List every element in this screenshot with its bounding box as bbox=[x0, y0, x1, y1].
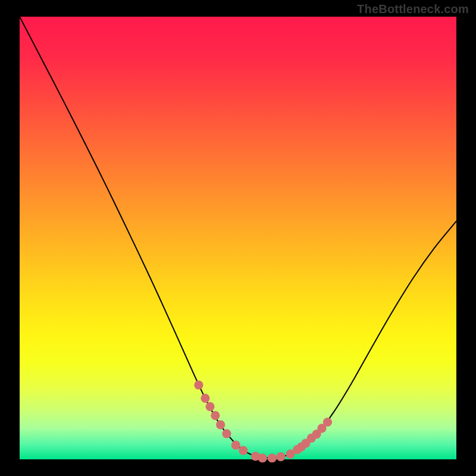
chart-stage: TheBottleneck.com bbox=[0, 0, 476, 476]
marker-dot bbox=[194, 380, 203, 389]
gradient-background bbox=[20, 17, 456, 459]
marker-dot bbox=[323, 418, 332, 427]
marker-dot bbox=[239, 446, 248, 455]
marker-dot bbox=[231, 441, 240, 450]
marker-dot bbox=[258, 453, 267, 462]
marker-dot bbox=[205, 402, 214, 411]
marker-dot bbox=[222, 429, 231, 438]
marker-dot bbox=[216, 420, 225, 429]
marker-dot bbox=[268, 453, 277, 462]
watermark-text: TheBottleneck.com bbox=[357, 2, 469, 16]
marker-dot bbox=[276, 452, 285, 461]
marker-dot bbox=[211, 411, 220, 420]
chart-svg bbox=[0, 0, 476, 476]
marker-dot bbox=[201, 394, 209, 403]
